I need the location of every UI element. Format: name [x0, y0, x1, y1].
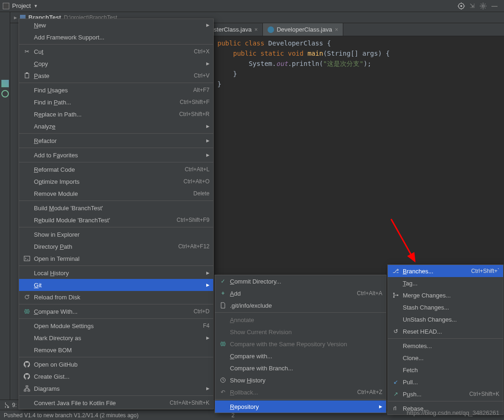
target-icon[interactable]	[458, 2, 465, 10]
menu-main-paste[interactable]: PasteCtrl+V	[19, 70, 213, 82]
menu-main-rebuild-module-branchtest[interactable]: Rebuild Module 'BranchTest'Ctrl+Shift+F9	[19, 214, 213, 226]
menu-main-find-in-path[interactable]: Find in Path...Ctrl+Shift+F	[19, 96, 213, 108]
menu-main-create-gist[interactable]: Create Gist...	[19, 370, 213, 382]
menu-repo-push[interactable]: ↗Push...Ctrl+Shift+K	[388, 388, 503, 400]
menu-main-build-module-branchtest[interactable]: Build Module 'BranchTest'	[19, 202, 213, 214]
menu-repo-remotes[interactable]: Remotes...	[388, 340, 503, 352]
favorites-icon[interactable]	[1, 90, 9, 97]
menu-git-show-history[interactable]: Show History	[215, 374, 386, 386]
tab-developerclass[interactable]: DeveloperClass.java ×	[263, 23, 343, 36]
submenu-arrow-icon: ▶	[206, 153, 209, 157]
menu-repo-fetch[interactable]: Fetch	[388, 364, 503, 376]
menu-label: Add to Favorites	[34, 152, 203, 159]
shortcut: Alt+F7	[184, 87, 209, 93]
menu-main-remove-module[interactable]: Remove ModuleDelete	[19, 187, 213, 200]
menu-main-optimize-imports[interactable]: Optimize ImportsCtrl+Alt+O	[19, 175, 213, 187]
menu-main-mark-directory-as[interactable]: Mark Directory as▶	[19, 332, 213, 344]
menu-repo-pull[interactable]: ↙Pull...	[388, 376, 503, 388]
menu-repo-stash-changes[interactable]: Stash Changes...	[388, 301, 503, 313]
menu-main-open-on-github[interactable]: Open on GitHub	[19, 358, 213, 370]
menu-main-remove-bom[interactable]: Remove BOM	[19, 344, 213, 356]
menu-label: Reformat Code	[34, 166, 176, 173]
menu-label: Build Module 'BranchTest'	[34, 205, 209, 212]
menu-main-add-to-favorites[interactable]: Add to Favorites▶	[19, 149, 213, 161]
paste-icon	[23, 71, 31, 80]
menu-main-reload-from-disk[interactable]: Reload from Disk	[19, 291, 213, 303]
menu-repo-clone[interactable]: Clone...	[388, 352, 503, 364]
menu-git-repository[interactable]: Repository▶	[215, 401, 386, 413]
expand-icon[interactable]: ⇲	[470, 2, 475, 9]
terminal-icon	[23, 254, 31, 263]
menu-git-compare-with-branch[interactable]: Compare with Branch...	[215, 362, 386, 374]
context-menu-main[interactable]: New▶Add Framework Support...✂CutCtrl+XCo…	[19, 19, 214, 409]
menu-main-open-module-settings[interactable]: Open Module SettingsF4	[19, 320, 213, 332]
menu-git-compare-with-the-same-repository-version: Compare with the Same Repository Version	[215, 338, 386, 350]
menu-label: Compare with Branch...	[230, 365, 382, 372]
menu-repo-reset-head[interactable]: ↺Reset HEAD...	[388, 325, 503, 337]
context-menu-repository[interactable]: ⎇Branches...Ctrl+Shift+`Tag...Merge Chan…	[387, 265, 504, 415]
svg-point-6	[482, 5, 484, 7]
shortcut: Ctrl+Alt+Z	[348, 389, 382, 395]
menu-main-refactor[interactable]: Refactor▶	[19, 135, 213, 147]
menu-label: Repository	[230, 403, 375, 410]
menu-main-find-usages[interactable]: Find UsagesAlt+F7	[19, 84, 213, 96]
menu-label: Clone...	[403, 355, 499, 362]
separator	[215, 399, 386, 400]
menu-main-compare-with[interactable]: Compare With...Ctrl+D	[19, 305, 213, 317]
shortcut: Ctrl+X	[184, 48, 209, 55]
menu-label: Find Usages	[34, 87, 184, 94]
menu-repo-unstash-changes[interactable]: UnStash Changes...	[388, 313, 503, 325]
menu-main-replace-in-path[interactable]: Replace in Path...Ctrl+Shift+R	[19, 108, 213, 120]
menu-git-commit-directory[interactable]: ✓Commit Directory...	[215, 275, 386, 287]
menu-main-directory-path[interactable]: Directory PathCtrl+Alt+F12	[19, 240, 213, 252]
context-menu-git[interactable]: ✓Commit Directory...+AddCtrl+Alt+A.git/i…	[215, 275, 386, 413]
close-icon[interactable]: ×	[255, 26, 258, 33]
minimize-icon[interactable]: —	[491, 2, 497, 9]
file-icon	[219, 301, 227, 310]
add-icon: +	[219, 289, 227, 297]
menu-label: Remotes...	[403, 342, 499, 349]
close-icon[interactable]: ×	[335, 26, 338, 33]
menu-label: Show History	[230, 377, 382, 384]
gear-icon[interactable]	[479, 2, 487, 10]
merge-icon	[392, 291, 400, 299]
menu-main-reformat-code[interactable]: Reformat CodeCtrl+Alt+L	[19, 163, 213, 175]
separator	[19, 44, 213, 45]
menu-main-cut[interactable]: ✂CutCtrl+X	[19, 45, 213, 58]
menu-label: Compare with...	[230, 353, 382, 360]
menu-main-git[interactable]: Git▶	[19, 279, 213, 291]
project-label[interactable]: Project	[12, 2, 31, 9]
menu-git-git-info-exclude[interactable]: .git/info/exclude	[215, 299, 386, 311]
menu-main-show-in-explorer[interactable]: Show in Explorer	[19, 228, 213, 240]
menu-main-local-history[interactable]: Local History▶	[19, 267, 213, 279]
separator	[19, 162, 213, 162]
menu-label: Merge Changes...	[403, 292, 499, 299]
menu-git-compare-with[interactable]: Compare with...	[215, 350, 386, 362]
cut-icon: ✂	[23, 47, 31, 56]
menu-repo-merge-changes[interactable]: Merge Changes...	[388, 289, 503, 301]
shortcut: Ctrl+Shift+`	[462, 268, 499, 274]
menu-git-add[interactable]: +AddCtrl+Alt+A	[215, 287, 386, 299]
menu-label: Refactor	[34, 137, 203, 144]
menu-main-diagrams[interactable]: Diagrams▶	[19, 382, 213, 394]
menu-label: Compare With...	[34, 308, 184, 315]
menu-label: Copy	[34, 60, 203, 67]
menu-main-analyze[interactable]: Analyze▶	[19, 120, 213, 132]
dropdown-arrow-icon[interactable]: ▼	[33, 4, 38, 8]
shortcut: Ctrl+Shift+F	[170, 99, 209, 105]
svg-rect-10	[26, 386, 28, 387]
shortcut: Ctrl+Shift+R	[170, 111, 209, 117]
menu-repo-branches[interactable]: ⎇Branches...Ctrl+Shift+`	[388, 265, 503, 277]
shortcut: Ctrl+Alt+F12	[169, 243, 209, 250]
separator	[19, 357, 213, 357]
github-icon	[23, 360, 31, 368]
menu-main-convert-java-file-to-kotlin-file[interactable]: Convert Java File to Kotlin FileCtrl+Alt…	[19, 397, 213, 409]
menu-label: Reload from Disk	[34, 294, 209, 301]
menu-main-add-framework-support[interactable]: Add Framework Support...	[19, 31, 213, 43]
menu-main-open-in-terminal[interactable]: Open in Terminal	[19, 252, 213, 265]
menu-main-new[interactable]: New▶	[19, 19, 213, 31]
menu-repo-tag[interactable]: Tag...	[388, 277, 503, 289]
menu-main-copy[interactable]: Copy▶	[19, 58, 213, 70]
reset-icon: ↺	[392, 327, 400, 336]
structure-icon[interactable]	[1, 80, 9, 87]
